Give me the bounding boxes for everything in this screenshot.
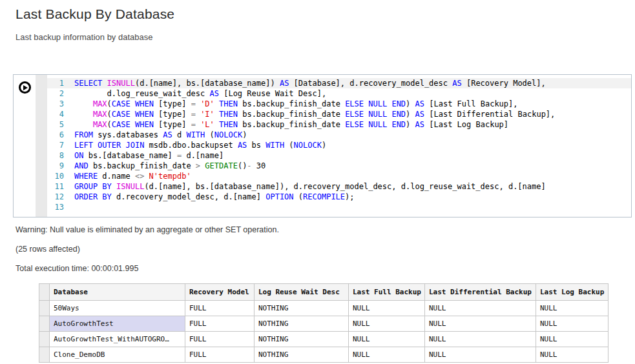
editor-gutter <box>36 75 47 217</box>
code-text: GROUP BY ISNULL(d.[name], bs.[database_n… <box>70 181 546 192</box>
grid-cell[interactable]: FULL <box>185 347 255 363</box>
line-number: 10 <box>47 171 70 181</box>
line-number: 12 <box>47 192 70 202</box>
row-selector[interactable] <box>39 301 50 316</box>
code-text: SELECT ISNULL(d.[name], bs.[database_nam… <box>70 78 546 88</box>
code-line[interactable]: 5 MAX(CASE WHEN [type] = 'L' THEN bs.bac… <box>47 119 631 130</box>
grid-cell[interactable]: NULL <box>349 316 425 332</box>
line-number: 6 <box>47 130 70 140</box>
code-line[interactable]: 4 MAX(CASE WHEN [type] = 'I' THEN bs.bac… <box>47 109 631 119</box>
sql-editor-panel: 1SELECT ISNULL(d.[name], bs.[database_na… <box>13 74 632 217</box>
grid-cell[interactable]: NULL <box>536 301 609 316</box>
grid-cell[interactable]: FULL <box>185 301 255 316</box>
code-text <box>70 202 74 212</box>
grid-column-header[interactable]: Last Full Backup <box>349 284 425 301</box>
code-lines: 1SELECT ISNULL(d.[name], bs.[database_na… <box>47 78 631 212</box>
grid-body: 50WaysFULLNOTHINGNULLNULLNULLAutoGrowthT… <box>39 301 609 363</box>
code-text: ORDER BY d.recovery_model_desc, d.[name]… <box>70 192 355 202</box>
grid-column-header[interactable]: Last Log Backup <box>536 284 609 301</box>
line-number: 1 <box>47 78 70 88</box>
rows-affected-message: (25 rows affected) <box>16 245 635 254</box>
grid-cell[interactable]: NOTHING <box>255 301 349 316</box>
code-text: d.log_reuse_wait_desc AS [Log Reuse Wait… <box>70 88 326 99</box>
execution-time-message: Total execution time: 00:00:01.995 <box>16 264 635 273</box>
grid-cell[interactable]: NULL <box>349 347 425 363</box>
grid-cell[interactable]: AutoGrowthTest_WithAUTOGRO… <box>50 332 185 347</box>
code-editor[interactable]: 1SELECT ISNULL(d.[name], bs.[database_na… <box>47 75 631 217</box>
line-number: 4 <box>47 109 70 119</box>
code-line[interactable]: 9AND bs.backup_finish_date > GETDATE()- … <box>47 161 631 171</box>
code-line[interactable]: 12ORDER BY d.recovery_model_desc, d.[nam… <box>47 192 631 202</box>
code-line[interactable]: 7LEFT OUTER JOIN msdb.dbo.backupset AS b… <box>47 140 631 150</box>
line-number: 9 <box>47 161 70 171</box>
code-text: AND bs.backup_finish_date > GETDATE()- 3… <box>70 161 265 171</box>
grid-row: Clone_DemoDBFULLNOTHINGNULLNULLNULL <box>39 347 609 363</box>
line-number: 11 <box>47 181 70 192</box>
line-number: 8 <box>47 150 70 161</box>
code-text: MAX(CASE WHEN [type] = 'D' THEN bs.backu… <box>70 99 518 109</box>
row-selector[interactable] <box>39 316 50 332</box>
grid-cell[interactable]: NOTHING <box>255 332 349 347</box>
code-text: FROM sys.databases AS d WITH (NOLOCK) <box>70 130 247 140</box>
grid-cell[interactable]: NULL <box>349 332 425 347</box>
line-number: 2 <box>47 88 70 99</box>
page-title: Last Backup By Database <box>16 6 635 22</box>
grid-cell[interactable]: NOTHING <box>255 316 349 332</box>
page-subtitle: Last backup information by database <box>16 32 635 42</box>
grid-cell[interactable]: FULL <box>185 332 255 347</box>
row-selector[interactable] <box>39 332 50 347</box>
line-number: 5 <box>47 119 70 130</box>
grid-cell[interactable]: NULL <box>536 347 609 363</box>
grid-cell[interactable]: Clone_DemoDB <box>50 347 185 363</box>
line-number: 7 <box>47 140 70 150</box>
messages-pane: Warning: Null value is eliminated by an … <box>16 225 635 273</box>
code-text: WHERE d.name <> N'tempdb' <box>70 171 191 181</box>
grid-cell[interactable]: AutoGrowthTest <box>50 316 185 332</box>
grid-cell[interactable]: 50Ways <box>50 301 185 316</box>
grid-cell[interactable]: NULL <box>425 347 536 363</box>
code-text: MAX(CASE WHEN [type] = 'L' THEN bs.backu… <box>70 119 508 130</box>
code-line[interactable]: 1SELECT ISNULL(d.[name], bs.[database_na… <box>47 78 631 88</box>
code-text: ON bs.[database_name] = d.[name] <box>70 150 224 161</box>
grid-corner-cell[interactable] <box>39 284 50 301</box>
code-line[interactable]: 2 d.log_reuse_wait_desc AS [Log Reuse Wa… <box>47 88 631 99</box>
code-line[interactable]: 13 <box>47 202 631 212</box>
grid-column-header[interactable]: Log Reuse Wait Desc <box>255 284 349 301</box>
line-number: 13 <box>47 202 70 212</box>
grid-row: AutoGrowthTest_WithAUTOGRO…FULLNOTHINGNU… <box>39 332 609 347</box>
grid-cell[interactable]: NULL <box>536 316 609 332</box>
code-text: LEFT OUTER JOIN msdb.dbo.backupset AS bs… <box>70 140 326 150</box>
grid-cell[interactable]: NOTHING <box>255 347 349 363</box>
grid-cell[interactable]: NULL <box>425 301 536 316</box>
grid-row: AutoGrowthTestFULLNOTHINGNULLNULLNULL <box>39 316 609 332</box>
row-selector[interactable] <box>39 347 50 363</box>
grid-column-header[interactable]: Last Differential Backup <box>425 284 536 301</box>
code-line[interactable]: 8ON bs.[database_name] = d.[name] <box>47 150 631 161</box>
grid-header-row: DatabaseRecovery ModelLog Reuse Wait Des… <box>39 284 609 301</box>
results-grid: DatabaseRecovery ModelLog Reuse Wait Des… <box>39 283 635 363</box>
grid-cell[interactable]: FULL <box>185 316 255 332</box>
grid-row: 50WaysFULLNOTHINGNULLNULLNULL <box>39 301 609 316</box>
code-line[interactable]: 6FROM sys.databases AS d WITH (NOLOCK) <box>47 130 631 140</box>
run-query-button[interactable] <box>19 81 31 94</box>
grid-cell[interactable]: NULL <box>425 332 536 347</box>
page-header: Last Backup By Database Last backup info… <box>0 0 635 42</box>
code-line[interactable]: 3 MAX(CASE WHEN [type] = 'D' THEN bs.bac… <box>47 99 631 109</box>
warning-message: Warning: Null value is eliminated by an … <box>16 225 635 234</box>
line-number: 3 <box>47 99 70 109</box>
grid-cell[interactable]: NULL <box>349 301 425 316</box>
code-line[interactable]: 11GROUP BY ISNULL(d.[name], bs.[database… <box>47 181 631 192</box>
code-line[interactable]: 10WHERE d.name <> N'tempdb' <box>47 171 631 181</box>
grid-column-header[interactable]: Recovery Model <box>185 284 255 301</box>
grid-cell[interactable]: NULL <box>425 316 536 332</box>
grid-cell[interactable]: NULL <box>536 332 609 347</box>
run-column <box>14 75 36 217</box>
grid-column-header[interactable]: Database <box>50 284 185 301</box>
code-text: MAX(CASE WHEN [type] = 'I' THEN bs.backu… <box>70 109 555 119</box>
